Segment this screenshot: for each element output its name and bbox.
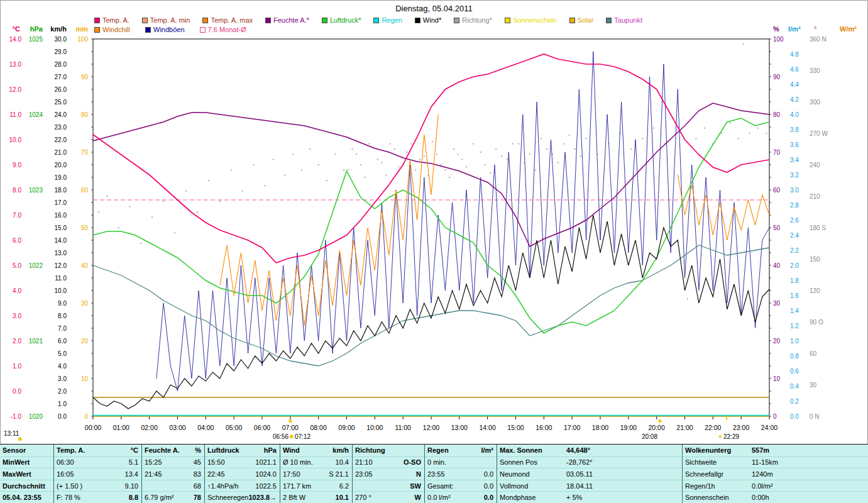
svg-text:1020: 1020 <box>29 413 43 420</box>
table-cell-value: 9.10 <box>125 482 141 490</box>
svg-text:13.0: 13.0 <box>55 250 67 257</box>
x-axis-label: 07:00 <box>282 424 299 431</box>
svg-text:120: 120 <box>810 287 820 294</box>
svg-text:9.0: 9.0 <box>58 300 67 307</box>
svg-text:4.4: 4.4 <box>790 81 799 88</box>
x-axis-label: 17:00 <box>564 424 580 431</box>
table-cell-label: 23:05 <box>353 470 373 478</box>
chart-plot-area[interactable] <box>93 39 769 416</box>
svg-text:4.2: 4.2 <box>790 96 799 103</box>
table-cell-value: 1022.5 <box>255 482 280 490</box>
table-cell-label: Sichtweite <box>683 458 748 466</box>
svg-text:20: 20 <box>81 338 89 345</box>
svg-text:6.0: 6.0 <box>13 237 21 244</box>
svg-text:80: 80 <box>773 111 781 118</box>
direction-swatch-icon <box>454 18 459 23</box>
x-axis-label: 20:00 <box>649 424 665 431</box>
svg-text:10: 10 <box>81 375 89 382</box>
temp-min-swatch-icon <box>142 18 148 23</box>
weather-app-window: Dienstag, 05.04.2011 Temp. A.Temp. A. mi… <box>0 0 868 503</box>
x-axis-label: 09:00 <box>338 424 354 431</box>
svg-text:360 N: 360 N <box>810 36 827 43</box>
legend-label: Windchill <box>102 26 130 33</box>
svg-text:24.0: 24.0 <box>55 111 67 118</box>
legend-label: Temp. A. max <box>211 16 253 24</box>
table-cell-label: 0 min. <box>425 458 446 466</box>
table-header-label: Max. Sonnen <box>497 446 563 454</box>
svg-text:28.0: 28.0 <box>55 61 67 68</box>
table-cell-label: 22:45 <box>205 470 225 478</box>
month-avg-swatch-icon <box>200 27 206 33</box>
svg-text:-1.0: -1.0 <box>11 413 22 420</box>
table-cell-value: 0.0 <box>484 494 497 501</box>
table-cell-value: 68 <box>194 482 204 490</box>
table-cell-value: 03.05.11 <box>563 470 593 478</box>
x-axis-label: 19:00 <box>620 424 637 431</box>
svg-text:2.0: 2.0 <box>58 388 67 395</box>
table-header-label: Feuchte A. <box>142 446 180 454</box>
table-cell-value: W <box>415 494 424 501</box>
legend-label: Regen <box>382 16 402 24</box>
table-header-unit: hPa <box>264 446 280 454</box>
axis-unit-pressure-hpa: hPa <box>30 25 43 33</box>
table-row-label: Durchschnitt <box>0 482 45 490</box>
sunset-time: 20:08 <box>642 433 657 440</box>
svg-text:0.0: 0.0 <box>58 413 67 420</box>
x-axis-label: 02:00 <box>141 424 158 431</box>
table-cell-value: 10.1 <box>336 494 352 501</box>
svg-text:0.8: 0.8 <box>790 353 799 360</box>
table-cell-value: O-SO <box>404 458 424 466</box>
svg-text:180 S: 180 S <box>810 224 826 231</box>
svg-text:23.0: 23.0 <box>55 124 67 131</box>
legend-item-temp-max: Temp. A. max <box>202 16 253 24</box>
svg-text:1025: 1025 <box>29 36 43 43</box>
sunrise-time-b: 07:12 <box>295 433 310 440</box>
table-cell-value: 13.4 <box>125 470 141 478</box>
table-group-humidity: Feuchte A.%15:254521:4583686.79 g/m²78 <box>141 445 204 503</box>
sunrise-axis-marker-icon: ✹ <box>288 418 293 424</box>
svg-text:0 N: 0 N <box>810 413 820 420</box>
svg-text:90: 90 <box>773 74 781 80</box>
svg-text:4.0: 4.0 <box>790 111 799 118</box>
legend-row-1: Temp. A.Temp. A. minTemp. A. maxFeuchte … <box>94 16 642 24</box>
legend-item-pressure: Luftdruck* <box>322 16 361 24</box>
table-cell-label: 2 Bft W <box>280 494 305 501</box>
x-axis-label: 16:00 <box>536 424 552 431</box>
svg-text:1.8: 1.8 <box>790 277 799 284</box>
svg-text:0.6: 0.6 <box>790 368 799 375</box>
svg-text:3.8: 3.8 <box>790 126 799 133</box>
legend-label: Richtung* <box>462 16 492 24</box>
solar-swatch-icon <box>569 18 575 23</box>
legend-label: Luftdruck* <box>330 16 361 24</box>
svg-text:4.6: 4.6 <box>790 66 799 73</box>
svg-text:14.0: 14.0 <box>9 36 22 43</box>
svg-text:2.2: 2.2 <box>790 247 799 254</box>
svg-text:12.0: 12.0 <box>9 86 22 93</box>
table-cell-label: 6.79 g/m² <box>142 494 173 501</box>
x-axis-label: 14:00 <box>480 424 496 431</box>
table-cell-label: 21:45 <box>142 470 162 478</box>
sunrise-icon: ✹ <box>289 433 294 440</box>
table-cell-label: 171.7 km <box>280 482 311 490</box>
axis-unit-wind-kmh: km/h <box>50 25 67 33</box>
table-cell-label: ↑1.4hPa/h <box>205 482 239 490</box>
svg-text:15.0: 15.0 <box>55 224 67 231</box>
svg-text:7.0: 7.0 <box>58 325 67 332</box>
legend-row-2: WindchillWindböen7.6 Monat-Ø <box>94 26 246 33</box>
svg-text:10.0: 10.0 <box>55 287 67 294</box>
svg-text:2.8: 2.8 <box>790 202 799 209</box>
axis-rain-lm2: l/m²4.84.64.44.24.03.83.63.43.23.02.82.6… <box>788 25 801 420</box>
svg-text:3.0: 3.0 <box>13 312 21 319</box>
axis-wind-kmh: km/h30.029.028.027.026.025.024.023.022.0… <box>50 25 67 420</box>
legend-label: Windböen <box>153 26 185 33</box>
svg-text:30: 30 <box>81 300 89 307</box>
svg-text:30: 30 <box>773 300 781 307</box>
svg-text:25.0: 25.0 <box>55 99 67 106</box>
axis-pressure-hpa: hPa102510241023102210211020 <box>29 25 43 420</box>
table-header-unit: l/m² <box>481 446 497 454</box>
svg-text:20.0: 20.0 <box>55 162 67 169</box>
legend-item-temp-min: Temp. A. min <box>142 16 190 24</box>
axis-solar-wm2: W/m² <box>840 25 857 33</box>
table-cell-label: 16:05 <box>54 470 74 478</box>
svg-text:1.0: 1.0 <box>58 401 67 407</box>
